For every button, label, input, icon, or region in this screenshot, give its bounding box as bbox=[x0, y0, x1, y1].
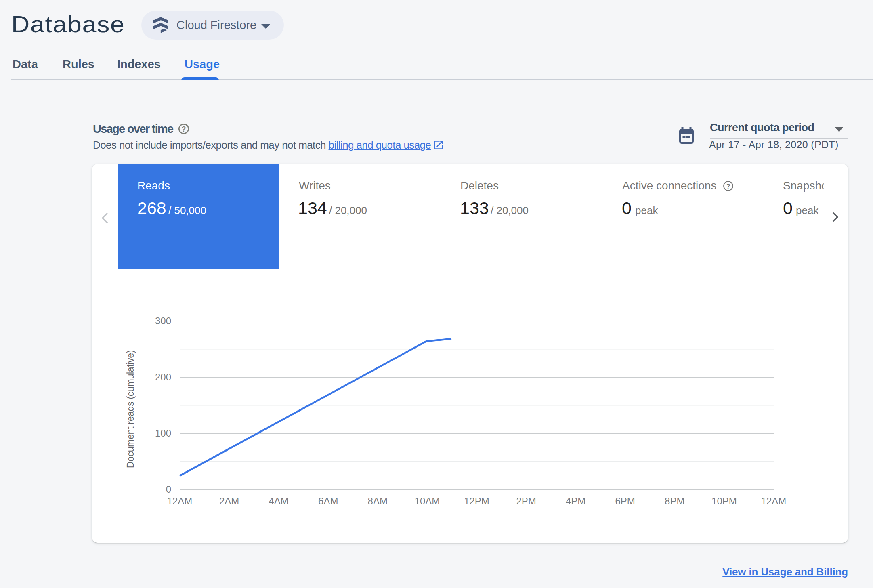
svg-text:?: ? bbox=[726, 183, 730, 190]
svg-text:200: 200 bbox=[155, 372, 171, 382]
svg-text:2PM: 2PM bbox=[516, 496, 536, 506]
svg-text:100: 100 bbox=[155, 428, 171, 439]
svg-text:10PM: 10PM bbox=[711, 496, 737, 506]
svg-text:2AM: 2AM bbox=[219, 496, 239, 506]
svg-text:12AM: 12AM bbox=[167, 496, 193, 506]
svg-text:4PM: 4PM bbox=[566, 496, 585, 506]
svg-text:Document reads (cumulative): Document reads (cumulative) bbox=[125, 350, 136, 468]
svg-text:0: 0 bbox=[166, 484, 171, 495]
svg-text:300: 300 bbox=[155, 315, 171, 326]
svg-text:8AM: 8AM bbox=[368, 496, 388, 506]
svg-text:4AM: 4AM bbox=[269, 496, 289, 506]
svg-text:12AM: 12AM bbox=[761, 496, 787, 506]
svg-text:6AM: 6AM bbox=[318, 496, 338, 506]
svg-text:10AM: 10AM bbox=[415, 496, 440, 506]
svg-text:12PM: 12PM bbox=[464, 496, 489, 506]
svg-text:?: ? bbox=[182, 125, 186, 133]
svg-text:6PM: 6PM bbox=[615, 496, 635, 506]
svg-text:8PM: 8PM bbox=[665, 496, 684, 506]
